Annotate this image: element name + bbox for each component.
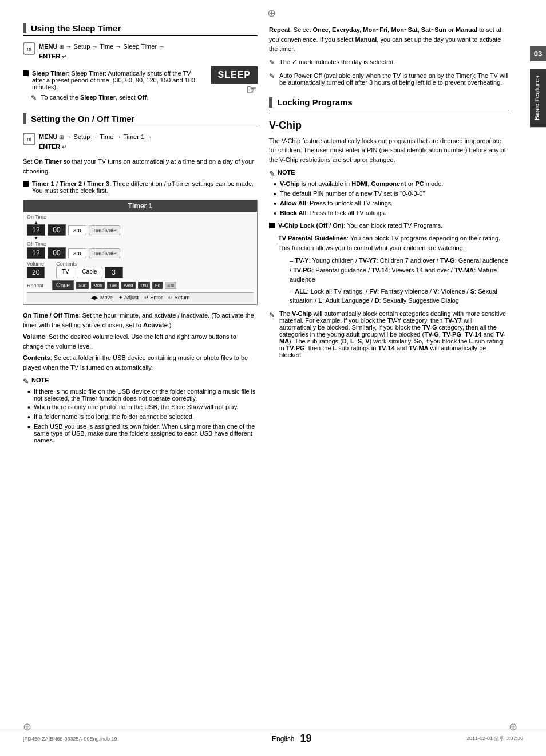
contents-row: TV Cable 3 (56, 267, 122, 278)
sleep-timer-bullet: Sleep Timer: Sleep Timer: Automatically … (23, 70, 205, 90)
footer-left-text: [PD450-ZA]BN68-03325A-00Eng.indb 19 (23, 736, 117, 742)
off-time-hour: 12 (27, 247, 45, 259)
vchip-note-section: ✎ NOTE • V-Chip is not available in HDMI… (269, 169, 509, 217)
day-sun[interactable]: Sun (76, 282, 89, 289)
on-time-label: On Time (27, 214, 254, 220)
note-header-row: ✎ NOTE (23, 377, 258, 386)
sleep-timer-note-text: To cancel the Sleep Timer, select Off. (41, 94, 148, 101)
off-time-ampm: am (68, 248, 86, 258)
right-column: Repeat: Select Once, Everyday, Mon~Fri, … (269, 23, 509, 448)
on-time-ampm: am (68, 225, 86, 235)
vchip-note-text-2: The default PIN number of a new TV set i… (280, 190, 425, 197)
pencil-icon: ✎ (31, 94, 37, 102)
timer-table-footer: ◀▶ Move ✦ Adjust ↵ Enter ↩ Return (27, 292, 254, 302)
sleep-timer-heading: Using the Sleep Timer (31, 23, 121, 33)
on-time-min: 00 (48, 224, 66, 236)
chapter-number: 03 (530, 46, 546, 61)
vchip-note-2: • The default PIN number of a new TV set… (274, 190, 509, 198)
day-tue[interactable]: Tue (107, 282, 120, 289)
vchip-intro: The V-Chip feature automatically locks o… (269, 136, 509, 165)
locking-heading: Locking Programs (269, 97, 509, 110)
footer-adjust: ✦ Adjust (118, 295, 139, 300)
repeat-note: ✎ The ✓ mark indicates the day is select… (269, 58, 509, 66)
sleep-button-label: SLEEP (211, 66, 258, 84)
contents-label: Contents (56, 261, 122, 267)
heading-bar-3 (269, 97, 272, 108)
note-text-2: When there is only one photo file in the… (34, 403, 239, 410)
sleep-timer-content: SLEEP ☞ Sleep Timer: Sleep Timer: Automa… (23, 66, 258, 104)
vchip-note-1: • V-Chip is not available in HDMI, Compo… (274, 180, 509, 188)
note-text-4: Each USB you use is assigned its own fol… (34, 423, 258, 444)
cable-val: 3 (105, 267, 123, 278)
bullet-square-vchip (269, 223, 275, 228)
off-time-row: 12 00 am Inactivate (27, 247, 254, 259)
on-time-hour: 12 (27, 224, 45, 236)
sleep-timer-menu-text: MENU ⊞ → Setup → Time → Sleep Timer → EN… (39, 42, 165, 61)
note-text-3: If a folder name is too long, the folder… (34, 413, 194, 420)
menu-icon: m (23, 42, 35, 55)
dot-3: • (27, 413, 30, 421)
note-4: • Each USB you use is assigned its own f… (27, 423, 258, 444)
timer-table-title: Timer 1 (23, 200, 257, 212)
on-off-timer-heading: Setting the On / Off Timer (31, 114, 134, 124)
off-time-activate: Inactivate (89, 248, 120, 258)
day-wed[interactable]: Wed (121, 282, 135, 289)
compass-decoration: ⊕ (267, 7, 279, 18)
note-text-1: If there is no music file on the USB dev… (34, 388, 258, 402)
sleep-button-image: SLEEP ☞ (211, 66, 258, 97)
volume-val: 20 (27, 267, 45, 278)
locking-programs-section: Locking Programs (269, 97, 509, 110)
page-number-area: English 19 (272, 733, 311, 745)
timer-table: Timer 1 On Time ▲ 12 ▼ 00 am Inactivate (23, 200, 258, 305)
bullet-square-2 (23, 181, 29, 187)
on-time-row: ▲ 12 ▼ 00 am Inactivate (27, 220, 254, 240)
contents-desc: Contents: Select a folder in the USB dev… (23, 353, 258, 372)
sleep-timer-section-heading: Using the Sleep Timer (23, 23, 258, 36)
repeat-label: Repeat (27, 283, 50, 288)
day-mon[interactable]: Mon (91, 282, 105, 289)
chapter-label: Basic Features (530, 69, 546, 127)
vchip-lock-bullet: V-Chip Lock (Off / On): You can block ra… (269, 222, 509, 229)
dot-1: • (27, 388, 30, 396)
on-off-timer-menu-text: MENU ⊞ → Setup → Time → Timer 1 → ENTER … (39, 132, 152, 151)
sleep-timer-desc: Sleep Timer: Sleep Timer: Automatically … (32, 70, 205, 90)
on-off-time-desc: On Time / Off Time: Set the hour, minute… (23, 311, 258, 330)
repeat-row: Repeat Once Sun Mon Tue Wed Thu Fri Sat (27, 280, 254, 290)
cable-label: Cable (77, 267, 102, 278)
vchip-note-text-4: Block All: Press to lock all TV ratings. (280, 209, 386, 216)
svg-text:m: m (27, 136, 32, 143)
vchip-dot-1: • (274, 180, 276, 188)
vchip-dot-3: • (274, 200, 276, 208)
page-footer: [PD450-ZA]BN68-03325A-00Eng.indb 19 Engl… (0, 729, 546, 745)
pencil-icon-vchip2: ✎ (269, 311, 275, 319)
pencil-icon-note: ✎ (23, 377, 29, 386)
on-timer-desc: Set On Timer so that your TV turns on au… (23, 157, 258, 176)
repeat-note-text: The ✓ mark indicates the day is selected… (279, 58, 395, 66)
left-column: Using the Sleep Timer m MENU ⊞ → Setup →… (23, 23, 258, 448)
bullet-square (23, 70, 29, 76)
auto-power-off-text: Auto Power Off (available only when the … (279, 72, 509, 86)
footer-enter: ↵ Enter (144, 295, 163, 300)
timer-table-body: On Time ▲ 12 ▼ 00 am Inactivate Off Time (23, 212, 257, 304)
day-thu[interactable]: Thu (138, 282, 151, 289)
off-time-min: 00 (48, 247, 66, 259)
note-2: • When there is only one photo file in t… (27, 403, 258, 411)
pencil-icon-repeat: ✎ (269, 58, 275, 66)
volume-label: Volume (27, 261, 45, 267)
day-fri[interactable]: Fri (152, 282, 163, 289)
footer-move: ◀▶ Move (90, 295, 113, 300)
vchip-extended-note: ✎ The V-Chip will automatically block ce… (269, 310, 509, 358)
tv-parental-section: TV Parental Guidelines: You can block TV… (278, 233, 509, 306)
volume-contents-row: Volume 20 Contents TV Cable 3 (27, 261, 254, 278)
day-sat[interactable]: Sat (165, 282, 176, 289)
tv-dash-2: – ALL: Lock all TV ratings. / FV: Fantas… (290, 287, 509, 306)
on-off-timer-section-heading: Setting the On / Off Timer (23, 113, 258, 126)
tv-label: TV (56, 267, 74, 278)
timer-bullet: Timer 1 / Timer 2 / Timer 3: Three diffe… (23, 180, 258, 194)
english-label: English (272, 735, 294, 743)
timer-desc: Timer 1 / Timer 2 / Timer 3: Three diffe… (32, 180, 258, 194)
off-time-label: Off Time (27, 241, 254, 247)
volume-desc: Volume: Set the desired volume level. Us… (23, 332, 258, 351)
pencil-icon-vchip: ✎ (269, 169, 275, 178)
vchip-note-4: • Block All: Press to lock all TV rating… (274, 209, 509, 217)
